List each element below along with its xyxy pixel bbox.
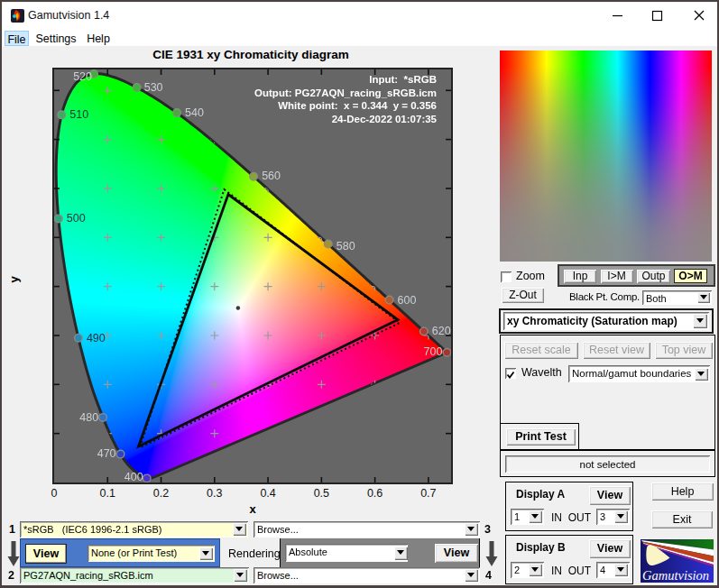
svg-text:Gamutvision: Gamutvision — [642, 568, 709, 583]
